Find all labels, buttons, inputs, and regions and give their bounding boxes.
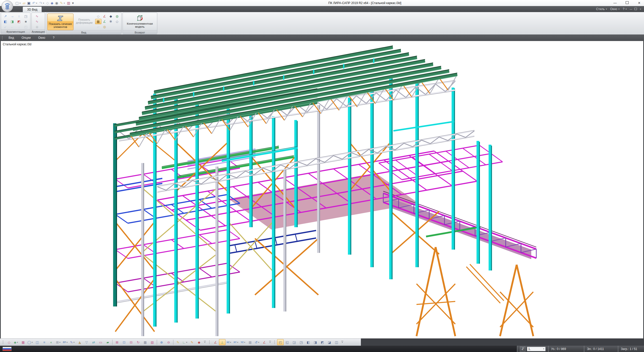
view-render-settings-icon[interactable]: ✱ <box>108 19 114 24</box>
toolbar-overflow-icon[interactable]: ▾ <box>341 339 344 345</box>
show-deformations-button[interactable]: Показать деформации <box>74 14 94 30</box>
animation-mode-curve-icon[interactable]: ∿ <box>33 19 41 24</box>
window-menu[interactable]: Окно▼ <box>609 7 621 11</box>
toolbar-drag-handle[interactable] <box>274 340 275 344</box>
menu-item-help[interactable]: ? <box>49 35 58 40</box>
view-frame-cube-icon[interactable]: ▦ <box>95 19 101 24</box>
axes-uvw-icon[interactable]: ∠ <box>212 339 219 345</box>
close-button[interactable]: × <box>637 0 641 6</box>
help-book-icon[interactable]: ◈ <box>50 1 54 6</box>
menu-item-опции[interactable]: Опции <box>18 35 34 40</box>
fragment-book-green-icon[interactable]: ◨ <box>9 19 16 24</box>
save-file-icon[interactable]: ▣ <box>26 1 31 6</box>
draw-pencil-icon[interactable]: ✎▼ <box>69 339 76 345</box>
rotate-marked-icon[interactable]: ↻ <box>135 339 142 345</box>
redo-icon[interactable]: ↷▼ <box>39 1 45 6</box>
new-document-icon[interactable]: ▢▼ <box>15 1 22 6</box>
fragment-add-cube-icon[interactable]: ◳ <box>22 14 29 19</box>
frame-select-icon[interactable]: ▭ <box>97 339 104 345</box>
mark-grid-icon[interactable]: ⊞▼ <box>55 339 62 345</box>
plane-yz-icon[interactable]: YZ▼ <box>240 339 247 345</box>
isometry-stand-icon[interactable]: ◮ <box>76 339 83 345</box>
tab-3d-view[interactable]: 3D Вид <box>23 7 42 12</box>
mark-sphere-icon[interactable]: ◐ <box>48 339 55 345</box>
menu-item-окно[interactable]: Окно <box>34 35 49 40</box>
fragment-cut-cube-icon[interactable]: ◩ <box>16 19 22 24</box>
menu-item-вид[interactable]: Вид <box>5 35 18 40</box>
open-file-icon[interactable]: ▱ <box>22 1 26 6</box>
select-polygon-icon[interactable]: ◇ <box>6 339 13 345</box>
units-er-icon[interactable]: ЕР▼ <box>62 339 69 345</box>
model-cube-icon[interactable]: ▧ <box>149 339 156 345</box>
toolbar-overflow-icon[interactable]: ▾ <box>203 339 206 345</box>
view-xyz-axes-icon[interactable]: ∠ <box>101 19 108 24</box>
mark-cube-icon[interactable]: ⊡ <box>121 339 128 345</box>
loadcase-combo[interactable]: 1. ▼ <box>527 347 546 351</box>
proj-front-icon[interactable]: ◩ <box>319 339 326 345</box>
plane-grid-icon[interactable]: ▦ <box>247 339 254 345</box>
filter-funnel-icon[interactable]: ▽ <box>83 339 90 345</box>
proj-right-face-icon[interactable]: ◨ <box>312 339 319 345</box>
view-orbit-globe-icon[interactable]: ◍ <box>114 14 120 19</box>
view-dark-cube-icon[interactable]: ◆ <box>108 14 114 19</box>
restore-button[interactable] <box>625 0 629 6</box>
plane-xz-icon[interactable]: XZ▼ <box>225 339 233 345</box>
language-flag-icon[interactable] <box>3 347 12 351</box>
flip-element-icon[interactable]: ⇄ <box>90 339 97 345</box>
package-box-icon[interactable]: ◇ <box>46 1 50 6</box>
snapshot-camera-icon[interactable]: ◉ <box>54 1 59 6</box>
view-solid-cube-icon[interactable]: ◇ <box>95 14 101 19</box>
fragment-apply-icon[interactable]: ↗ <box>2 14 9 19</box>
zoom-in-icon[interactable]: ⊕ <box>158 339 165 345</box>
proj-isometric-icon[interactable]: ◰ <box>277 339 284 345</box>
unmark-cube-icon[interactable]: ⊠ <box>113 339 121 345</box>
undo-icon[interactable]: ↶▼ <box>31 1 38 6</box>
mark-bottom-cube-icon[interactable]: ⊟ <box>128 339 135 345</box>
style-menu[interactable]: Стиль▼ <box>595 7 609 11</box>
mark-elements-icon[interactable]: ▦ <box>20 339 27 345</box>
loadcase-mode-icon[interactable]: Z <box>520 346 525 351</box>
rotate-view-icon[interactable]: ↺▼ <box>254 339 261 345</box>
mdi-minimize-button[interactable]: — <box>629 8 633 11</box>
animation-curve-icon[interactable]: ∿ <box>33 14 41 19</box>
proj-left-face-icon[interactable]: ◧ <box>305 339 312 345</box>
model-viewport[interactable]: Стальной каркас.l3d <box>1 41 643 338</box>
split-vertical-icon[interactable]: ◫ <box>34 339 41 345</box>
menu-drag-handle[interactable] <box>2 36 3 40</box>
mark-ellipse-icon[interactable]: ◯▼ <box>27 339 34 345</box>
proj-top-back-icon[interactable]: ◲ <box>291 339 298 345</box>
select-hand-icon[interactable]: ✎▼ <box>59 1 66 6</box>
red-marker-icon[interactable]: ◆ <box>196 339 203 345</box>
local-axes-icon[interactable]: ∟▼ <box>181 339 188 345</box>
customize-quick-access-icon[interactable]: ▾ <box>71 1 74 6</box>
fragment-book-blue-icon[interactable]: ◧ <box>2 19 9 24</box>
app-logo[interactable] <box>2 1 13 12</box>
mdi-restore-button[interactable] <box>634 8 638 11</box>
highlighter-icon[interactable]: ✎ <box>174 339 181 345</box>
proj-left-icon[interactable]: ◳ <box>298 339 305 345</box>
fragment-right-icon[interactable]: → <box>9 14 16 19</box>
paint-brush-icon[interactable]: ▰ <box>104 339 111 345</box>
fragment-gray-cube-icon[interactable]: ■ <box>22 19 29 24</box>
toolbar-overflow-icon[interactable]: ▾ <box>269 339 272 345</box>
fragment-up-icon[interactable]: ↑ <box>16 14 22 19</box>
mdi-close-button[interactable]: × <box>638 8 642 11</box>
fem-model-button[interactable]: Конечноэлементная модель <box>124 14 156 30</box>
split-horizontal-icon[interactable]: ≡ <box>41 339 48 345</box>
report-books-icon[interactable]: ▥ <box>66 1 71 6</box>
axes-local-red-icon[interactable]: ∠ <box>261 339 268 345</box>
view-node-cube-icon[interactable]: ◇ <box>114 19 120 24</box>
proj-top-icon[interactable]: ◱ <box>284 339 291 345</box>
zoom-out-icon[interactable]: ⊖ <box>165 339 172 345</box>
grid-cube-icon[interactable]: ▦ <box>142 339 149 345</box>
edit-pencil-icon[interactable]: ✎ <box>188 339 196 345</box>
mark-nodes-icon[interactable]: ◈▼ <box>13 339 20 345</box>
help-menu[interactable]: ?▼ <box>622 7 628 11</box>
axes-global-icon[interactable]: ⊥ <box>219 339 225 345</box>
minimize-button[interactable]: — <box>613 0 617 6</box>
show-sections-button[interactable]: Показать сечения элементов <box>47 14 73 30</box>
view-local-axes-icon[interactable]: ∠ <box>101 14 108 19</box>
toolbar-drag-handle[interactable] <box>209 340 210 344</box>
view-target-rings-icon[interactable]: ◎ <box>101 24 108 29</box>
proj-dimetric-icon[interactable]: ◫ <box>333 339 340 345</box>
